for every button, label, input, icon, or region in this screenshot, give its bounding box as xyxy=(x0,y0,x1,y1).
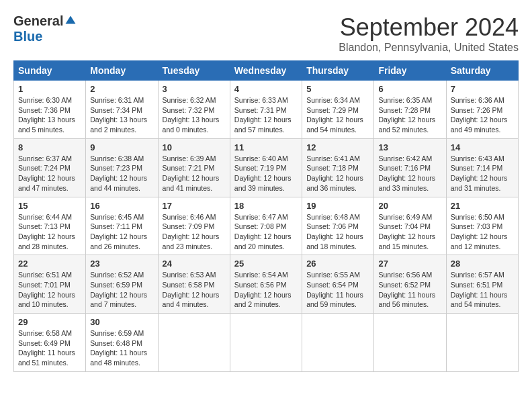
day-number: 4 xyxy=(234,84,298,94)
day-info: Sunrise: 6:43 AMSunset: 7:14 PMDaylight:… xyxy=(451,154,514,193)
calendar-cell: 18Sunrise: 6:47 AMSunset: 7:08 PMDayligh… xyxy=(230,197,302,255)
calendar-cell xyxy=(158,314,230,372)
day-number: 29 xyxy=(18,317,81,327)
day-number: 8 xyxy=(18,142,81,152)
day-number: 22 xyxy=(18,259,81,269)
calendar-cell xyxy=(230,314,302,372)
day-info: Sunrise: 6:50 AMSunset: 7:03 PMDaylight:… xyxy=(451,212,514,252)
calendar-cell: 3Sunrise: 6:32 AMSunset: 7:32 PMDaylight… xyxy=(158,81,230,139)
calendar-cell: 22Sunrise: 6:51 AMSunset: 7:01 PMDayligh… xyxy=(14,255,86,314)
day-number: 12 xyxy=(306,142,369,152)
day-number: 11 xyxy=(234,142,298,152)
calendar-cell: 14Sunrise: 6:43 AMSunset: 7:14 PMDayligh… xyxy=(446,138,518,197)
location-title: Blandon, Pennsylvania, United States xyxy=(339,42,519,54)
logo-icon xyxy=(64,15,77,27)
day-info: Sunrise: 6:32 AMSunset: 7:32 PMDaylight:… xyxy=(163,95,226,135)
calendar-cell: 25Sunrise: 6:54 AMSunset: 6:56 PMDayligh… xyxy=(230,255,302,314)
month-title: September 2024 xyxy=(339,13,519,42)
day-number: 14 xyxy=(451,142,514,152)
day-info: Sunrise: 6:57 AMSunset: 6:51 PMDaylight:… xyxy=(451,270,514,310)
day-info: Sunrise: 6:53 AMSunset: 6:58 PMDaylight:… xyxy=(163,270,226,310)
calendar-row: 29Sunrise: 6:58 AMSunset: 6:49 PMDayligh… xyxy=(14,314,519,372)
day-info: Sunrise: 6:59 AMSunset: 6:48 PMDaylight:… xyxy=(90,328,153,368)
calendar-cell: 9Sunrise: 6:38 AMSunset: 7:23 PMDaylight… xyxy=(86,138,158,197)
logo-blue-text: Blue xyxy=(13,29,42,44)
day-number: 20 xyxy=(378,201,441,211)
calendar-cell xyxy=(374,314,446,372)
day-number: 30 xyxy=(90,317,153,327)
calendar-row: 1Sunrise: 6:30 AMSunset: 7:36 PMDaylight… xyxy=(14,81,519,139)
day-info: Sunrise: 6:49 AMSunset: 7:04 PMDaylight:… xyxy=(378,212,441,252)
day-number: 2 xyxy=(90,84,153,94)
calendar-cell: 17Sunrise: 6:46 AMSunset: 7:09 PMDayligh… xyxy=(158,197,230,255)
calendar-cell: 6Sunrise: 6:35 AMSunset: 7:28 PMDaylight… xyxy=(374,81,446,139)
day-number: 17 xyxy=(163,201,226,211)
day-info: Sunrise: 6:33 AMSunset: 7:31 PMDaylight:… xyxy=(234,95,298,135)
day-info: Sunrise: 6:42 AMSunset: 7:16 PMDaylight:… xyxy=(378,154,441,193)
day-info: Sunrise: 6:39 AMSunset: 7:21 PMDaylight:… xyxy=(163,154,226,193)
day-info: Sunrise: 6:48 AMSunset: 7:06 PMDaylight:… xyxy=(306,212,369,252)
day-info: Sunrise: 6:40 AMSunset: 7:19 PMDaylight:… xyxy=(234,154,298,193)
header: General Blue September 2024 Blandon, Pen… xyxy=(13,13,519,54)
logo-general-text: General xyxy=(13,13,63,29)
day-info: Sunrise: 6:30 AMSunset: 7:36 PMDaylight:… xyxy=(18,95,81,135)
day-number: 5 xyxy=(306,84,369,94)
calendar-cell: 1Sunrise: 6:30 AMSunset: 7:36 PMDaylight… xyxy=(14,81,86,139)
day-info: Sunrise: 6:51 AMSunset: 7:01 PMDaylight:… xyxy=(18,270,81,310)
calendar-cell: 5Sunrise: 6:34 AMSunset: 7:29 PMDaylight… xyxy=(302,81,374,139)
day-info: Sunrise: 6:55 AMSunset: 6:54 PMDaylight:… xyxy=(306,270,369,310)
calendar-cell: 20Sunrise: 6:49 AMSunset: 7:04 PMDayligh… xyxy=(374,197,446,255)
calendar-cell xyxy=(446,314,518,372)
day-number: 6 xyxy=(378,84,441,94)
calendar-cell: 28Sunrise: 6:57 AMSunset: 6:51 PMDayligh… xyxy=(446,255,518,314)
day-number: 7 xyxy=(451,84,514,94)
calendar-cell: 4Sunrise: 6:33 AMSunset: 7:31 PMDaylight… xyxy=(230,81,302,139)
calendar-cell: 29Sunrise: 6:58 AMSunset: 6:49 PMDayligh… xyxy=(14,314,86,372)
day-number: 26 xyxy=(306,259,369,269)
calendar-cell: 26Sunrise: 6:55 AMSunset: 6:54 PMDayligh… xyxy=(302,255,374,314)
day-info: Sunrise: 6:34 AMSunset: 7:29 PMDaylight:… xyxy=(306,95,369,135)
day-number: 16 xyxy=(90,201,153,211)
day-info: Sunrise: 6:35 AMSunset: 7:28 PMDaylight:… xyxy=(378,95,441,135)
day-info: Sunrise: 6:46 AMSunset: 7:09 PMDaylight:… xyxy=(163,212,226,252)
calendar-cell: 19Sunrise: 6:48 AMSunset: 7:06 PMDayligh… xyxy=(302,197,374,255)
calendar-cell: 12Sunrise: 6:41 AMSunset: 7:18 PMDayligh… xyxy=(302,138,374,197)
weekday-header-saturday: Saturday xyxy=(446,61,518,81)
day-number: 28 xyxy=(451,259,514,269)
calendar-cell: 7Sunrise: 6:36 AMSunset: 7:26 PMDaylight… xyxy=(446,81,518,139)
day-number: 15 xyxy=(18,201,81,211)
day-info: Sunrise: 6:56 AMSunset: 6:52 PMDaylight:… xyxy=(378,270,441,310)
calendar-cell: 16Sunrise: 6:45 AMSunset: 7:11 PMDayligh… xyxy=(86,197,158,255)
day-number: 9 xyxy=(90,142,153,152)
weekday-header-wednesday: Wednesday xyxy=(230,61,302,81)
calendar-row: 22Sunrise: 6:51 AMSunset: 7:01 PMDayligh… xyxy=(14,255,519,314)
day-info: Sunrise: 6:31 AMSunset: 7:34 PMDaylight:… xyxy=(90,95,153,135)
day-number: 24 xyxy=(163,259,226,269)
day-number: 19 xyxy=(306,201,369,211)
day-info: Sunrise: 6:52 AMSunset: 6:59 PMDaylight:… xyxy=(90,270,153,310)
day-info: Sunrise: 6:47 AMSunset: 7:08 PMDaylight:… xyxy=(234,212,298,252)
calendar-table: SundayMondayTuesdayWednesdayThursdayFrid… xyxy=(13,60,519,372)
day-number: 3 xyxy=(163,84,226,94)
calendar-row: 15Sunrise: 6:44 AMSunset: 7:13 PMDayligh… xyxy=(14,197,519,255)
logo: General Blue xyxy=(13,13,77,44)
calendar-cell: 8Sunrise: 6:37 AMSunset: 7:24 PMDaylight… xyxy=(14,138,86,197)
weekday-header-tuesday: Tuesday xyxy=(158,61,230,81)
day-info: Sunrise: 6:41 AMSunset: 7:18 PMDaylight:… xyxy=(306,154,369,193)
day-number: 13 xyxy=(378,142,441,152)
day-number: 21 xyxy=(451,201,514,211)
calendar-cell: 24Sunrise: 6:53 AMSunset: 6:58 PMDayligh… xyxy=(158,255,230,314)
weekday-header-monday: Monday xyxy=(86,61,158,81)
day-number: 25 xyxy=(234,259,298,269)
day-info: Sunrise: 6:58 AMSunset: 6:49 PMDaylight:… xyxy=(18,328,81,368)
calendar-cell: 2Sunrise: 6:31 AMSunset: 7:34 PMDaylight… xyxy=(86,81,158,139)
day-number: 1 xyxy=(18,84,81,94)
day-number: 18 xyxy=(234,201,298,211)
calendar-cell: 15Sunrise: 6:44 AMSunset: 7:13 PMDayligh… xyxy=(14,197,86,255)
day-info: Sunrise: 6:54 AMSunset: 6:56 PMDaylight:… xyxy=(234,270,298,310)
day-info: Sunrise: 6:44 AMSunset: 7:13 PMDaylight:… xyxy=(18,212,81,252)
calendar-cell: 23Sunrise: 6:52 AMSunset: 6:59 PMDayligh… xyxy=(86,255,158,314)
day-info: Sunrise: 6:36 AMSunset: 7:26 PMDaylight:… xyxy=(451,95,514,135)
day-number: 10 xyxy=(163,142,226,152)
day-number: 27 xyxy=(378,259,441,269)
